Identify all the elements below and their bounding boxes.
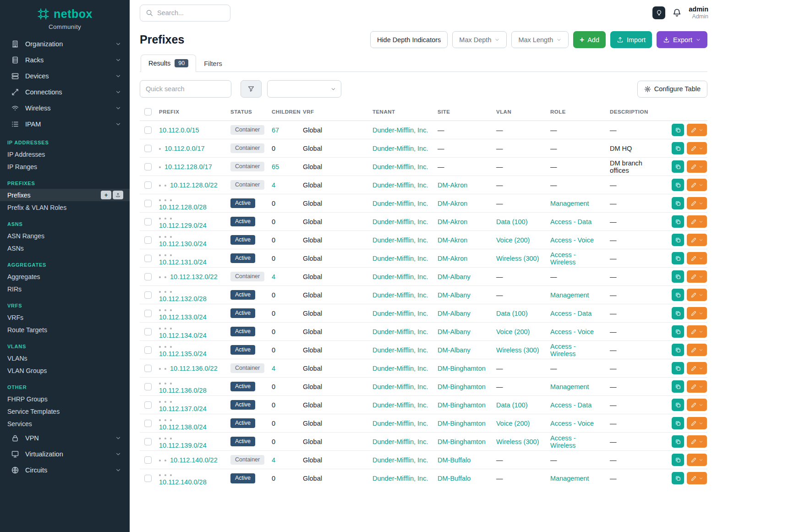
- edit-button[interactable]: [687, 142, 707, 154]
- row-checkbox[interactable]: [144, 273, 152, 280]
- vlan-link[interactable]: Voice (200): [496, 420, 530, 427]
- quick-search-input[interactable]: [140, 80, 231, 98]
- vlan-link[interactable]: Wireless (300): [496, 346, 539, 354]
- sidebar-item-route-targets[interactable]: Route Targets: [0, 324, 130, 336]
- site-link[interactable]: DM-Binghamton: [438, 365, 486, 372]
- clone-button[interactable]: [672, 362, 684, 374]
- import-button[interactable]: Import: [610, 31, 652, 48]
- sidebar-item-services[interactable]: Services: [0, 417, 130, 430]
- role-link[interactable]: Access - Data: [550, 401, 591, 409]
- prefix-link[interactable]: 10.112.131.0/24: [159, 258, 207, 266]
- tenant-link[interactable]: Dunder-Mifflin, Inc.: [372, 383, 428, 390]
- site-link[interactable]: DM-Akron: [438, 236, 467, 244]
- edit-button[interactable]: [687, 472, 707, 484]
- vlan-link[interactable]: Voice (200): [496, 328, 530, 335]
- role-link[interactable]: Access - Wireless: [550, 251, 576, 266]
- prefix-link[interactable]: 10.112.140.0/22: [170, 456, 218, 464]
- clone-button[interactable]: [672, 417, 684, 429]
- row-checkbox[interactable]: [144, 200, 152, 207]
- prefix-link[interactable]: 10.112.134.0/24: [159, 332, 207, 339]
- prefix-link[interactable]: 10.112.132.0/28: [159, 295, 207, 302]
- max-depth-dropdown[interactable]: Max Depth: [452, 31, 507, 48]
- quick-import-button[interactable]: [113, 191, 123, 199]
- row-checkbox[interactable]: [144, 383, 152, 390]
- max-length-dropdown[interactable]: Max Length: [511, 31, 569, 48]
- select-all-checkbox[interactable]: [144, 108, 152, 115]
- vlan-link[interactable]: Data (100): [496, 401, 528, 409]
- tenant-link[interactable]: Dunder-Mifflin, Inc.: [372, 291, 428, 299]
- filter-button[interactable]: [241, 80, 262, 98]
- site-link[interactable]: DM-Binghamton: [438, 420, 486, 427]
- column-header-vlan[interactable]: VLAN: [492, 103, 546, 121]
- sidebar-item-vlan-groups[interactable]: VLAN Groups: [0, 364, 130, 377]
- row-checkbox[interactable]: [144, 456, 152, 464]
- prefix-link[interactable]: 10.112.135.0/24: [159, 350, 207, 357]
- tenant-link[interactable]: Dunder-Mifflin, Inc.: [372, 255, 428, 262]
- site-link[interactable]: DM-Buffalo: [438, 475, 471, 482]
- vlan-link[interactable]: Data (100): [496, 310, 528, 317]
- row-checkbox[interactable]: [144, 346, 152, 354]
- edit-button[interactable]: [687, 270, 707, 283]
- clone-button[interactable]: [672, 124, 684, 136]
- edit-button[interactable]: [687, 307, 707, 319]
- edit-button[interactable]: [687, 160, 707, 173]
- tenant-link[interactable]: Dunder-Mifflin, Inc.: [372, 200, 428, 207]
- column-header-vrf[interactable]: VRF: [298, 103, 368, 121]
- sidebar-group-circuits[interactable]: Circuits: [0, 462, 130, 478]
- column-header-prefix[interactable]: PREFIX: [154, 103, 226, 121]
- edit-button[interactable]: [687, 380, 707, 393]
- vlan-link[interactable]: Voice (200): [496, 236, 530, 244]
- role-link[interactable]: Access - Wireless: [550, 343, 576, 357]
- prefix-link[interactable]: 10.112.129.0/24: [159, 222, 207, 229]
- site-link[interactable]: DM-Akron: [438, 218, 467, 225]
- site-link[interactable]: DM-Akron: [438, 181, 467, 189]
- sidebar-group-ipam[interactable]: IPAM: [0, 116, 130, 132]
- row-checkbox[interactable]: [144, 255, 152, 262]
- prefix-link[interactable]: 10.112.140.0/28: [159, 478, 207, 486]
- clone-button[interactable]: [672, 307, 684, 319]
- vlan-link[interactable]: Wireless (300): [496, 438, 539, 445]
- sidebar-item-aggregates[interactable]: Aggregates: [0, 270, 130, 283]
- clone-button[interactable]: [672, 270, 684, 283]
- tenant-link[interactable]: Dunder-Mifflin, Inc.: [372, 181, 428, 189]
- sidebar-item-ip-addresses[interactable]: IP Addresses: [0, 148, 130, 160]
- global-search[interactable]: [140, 5, 230, 22]
- row-checkbox[interactable]: [144, 291, 152, 299]
- theme-toggle-button[interactable]: [652, 6, 665, 19]
- column-header-role[interactable]: ROLE: [546, 103, 605, 121]
- edit-button[interactable]: [687, 124, 707, 136]
- sidebar-group-connections[interactable]: Connections: [0, 84, 130, 100]
- edit-button[interactable]: [687, 197, 707, 209]
- prefix-link[interactable]: 10.112.128.0/17: [164, 163, 212, 170]
- role-link[interactable]: Access - Data: [550, 218, 591, 225]
- edit-button[interactable]: [687, 399, 707, 411]
- clone-button[interactable]: [672, 179, 684, 191]
- row-checkbox[interactable]: [144, 420, 152, 427]
- prefix-link[interactable]: 10.112.133.0/24: [159, 313, 207, 321]
- children-link[interactable]: 4: [272, 365, 275, 372]
- sidebar-group-devices[interactable]: Devices: [0, 68, 130, 84]
- role-link[interactable]: Access - Voice: [550, 236, 594, 244]
- hide-depth-indicators-button[interactable]: Hide Depth Indicators: [370, 31, 448, 48]
- vlan-link[interactable]: Data (100): [496, 218, 528, 225]
- tenant-link[interactable]: Dunder-Mifflin, Inc.: [372, 346, 428, 354]
- row-checkbox[interactable]: [144, 145, 152, 152]
- configure-table-button[interactable]: Configure Table: [637, 81, 707, 98]
- clone-button[interactable]: [672, 234, 684, 246]
- row-checkbox[interactable]: [144, 438, 152, 445]
- prefix-link[interactable]: 10.112.139.0/24: [159, 442, 207, 449]
- edit-button[interactable]: [687, 252, 707, 264]
- sidebar-item-fhrp-groups[interactable]: FHRP Groups: [0, 393, 130, 405]
- prefix-link[interactable]: 10.112.128.0/28: [159, 203, 207, 211]
- prefix-link[interactable]: 10.112.128.0/22: [170, 181, 218, 189]
- site-link[interactable]: DM-Albany: [438, 273, 471, 280]
- site-link[interactable]: DM-Binghamton: [438, 438, 486, 445]
- row-checkbox[interactable]: [144, 236, 152, 244]
- role-link[interactable]: Management: [550, 383, 589, 390]
- sidebar-item-rirs[interactable]: RIRs: [0, 283, 130, 295]
- notifications-button[interactable]: [672, 8, 682, 17]
- site-link[interactable]: DM-Albany: [438, 328, 471, 335]
- sidebar-item-vlans[interactable]: VLANs: [0, 352, 130, 364]
- role-link[interactable]: Access - Data: [550, 310, 591, 317]
- netbox-logo[interactable]: netbox Community: [0, 7, 130, 36]
